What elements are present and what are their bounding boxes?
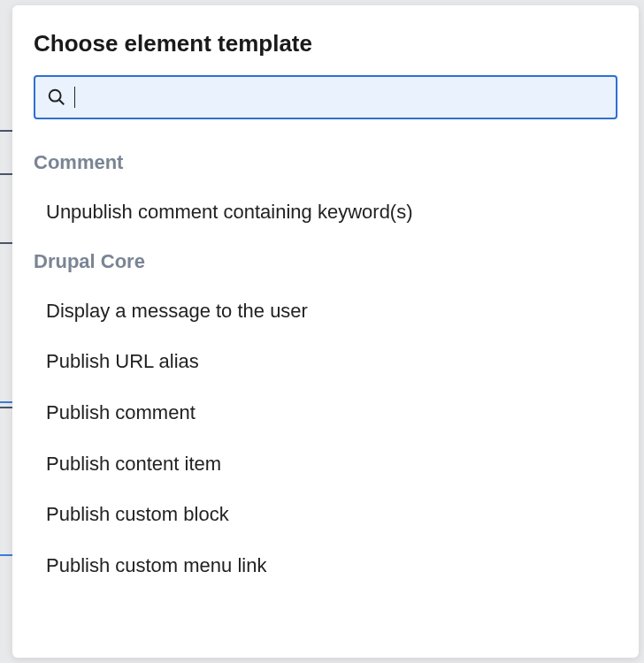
group-header-drupal-core: Drupal Core xyxy=(34,238,630,286)
group-header-comment: Comment xyxy=(34,139,630,187)
list-item[interactable]: Publish URL alias xyxy=(34,336,630,387)
choose-element-template-dialog: Choose element template Comment Unpublis… xyxy=(12,5,639,658)
list-item[interactable]: Publish comment xyxy=(34,387,630,438)
svg-line-1 xyxy=(59,100,64,104)
list-item[interactable]: Publish content item xyxy=(34,438,630,490)
search-box[interactable] xyxy=(34,75,617,119)
list-item[interactable]: Publish custom block xyxy=(34,489,630,540)
list-item[interactable]: Publish custom menu link xyxy=(34,540,630,591)
search-container xyxy=(12,75,639,133)
list-item[interactable]: Unpublish comment containing keyword(s) xyxy=(34,187,630,238)
list-item[interactable]: Display a message to the user xyxy=(34,286,630,337)
svg-point-0 xyxy=(50,90,61,102)
search-icon xyxy=(46,87,67,108)
dialog-title: Choose element template xyxy=(12,30,639,75)
search-input[interactable] xyxy=(75,88,605,108)
template-list[interactable]: Comment Unpublish comment containing key… xyxy=(12,133,639,658)
